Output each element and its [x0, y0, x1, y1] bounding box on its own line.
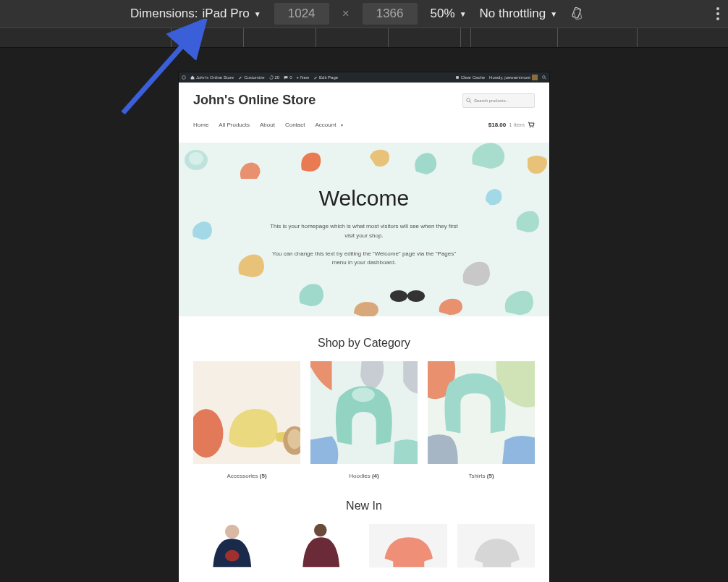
product-tile[interactable] [282, 524, 360, 568]
product-image [457, 524, 536, 568]
svg-point-13 [390, 290, 407, 302]
wp-customize-link[interactable]: Customize [238, 75, 264, 80]
zoom-dropdown[interactable]: 50% ▼ [431, 7, 467, 21]
hero-doodle [350, 298, 381, 316]
category-count: (4) [372, 473, 379, 479]
cart-summary[interactable]: $18.00 1 item [488, 121, 535, 128]
hero-doodle [468, 143, 509, 173]
more-options-icon[interactable] [716, 7, 719, 20]
product-search-input[interactable]: Search products… [462, 93, 535, 108]
site-header: John's Online Store Search products… [193, 93, 535, 108]
wp-howdy-text: Howdy, joewarnimont [489, 75, 530, 80]
category-tile-accessories[interactable]: Accessories (5) [193, 361, 300, 479]
wp-new-link[interactable]: + New [297, 75, 310, 80]
cart-amount: $18.00 [488, 122, 506, 128]
product-tile[interactable] [369, 524, 447, 568]
nav-account[interactable]: Account ▾ [316, 122, 343, 128]
zoom-value: 50% [431, 7, 455, 21]
hero-doodle [410, 150, 439, 177]
nav-all-products[interactable]: All Products [219, 122, 250, 128]
svg-point-22 [313, 524, 326, 536]
product-image [282, 524, 360, 568]
hero-banner: Welcome This is your homepage which is w… [179, 143, 549, 316]
rotate-icon[interactable] [570, 7, 585, 21]
wp-logo-icon[interactable] [182, 75, 186, 80]
nav-about[interactable]: About [260, 122, 275, 128]
category-count: (5) [487, 473, 494, 479]
svg-point-21 [225, 550, 240, 562]
wp-clear-cache-label: Clear Cache [461, 75, 485, 80]
nav-home[interactable]: Home [193, 122, 208, 128]
svg-point-16 [193, 409, 223, 457]
svg-point-12 [189, 152, 203, 165]
hero-line1: This is your homepage which is what most… [270, 222, 458, 241]
category-count: (5) [260, 473, 267, 479]
product-image [369, 524, 447, 568]
wp-howdy[interactable]: Howdy, joewarnimont [489, 75, 538, 80]
category-image [428, 361, 535, 464]
wp-updates[interactable]: 20 [269, 75, 280, 80]
chevron-down-icon: ▼ [460, 10, 467, 18]
wp-edit-page-link[interactable]: Edit Page [313, 75, 338, 80]
sunglasses-doodle [387, 284, 428, 306]
site-content: John's Online Store Search products… Hom… [179, 83, 549, 568]
svg-line-8 [470, 101, 471, 102]
wp-customize-label: Customize [244, 75, 264, 80]
device-viewport: John's Online Store Customize 20 0 + New [179, 72, 549, 582]
category-grid: Accessories (5) [193, 361, 535, 479]
svg-point-3 [182, 76, 186, 80]
dimensions-label: Dimensions: [130, 7, 198, 21]
wp-new-label: New [300, 75, 309, 80]
category-name: Accessories [227, 473, 258, 479]
shop-by-category-heading: Shop by Category [193, 337, 535, 350]
category-name: Tshirts [468, 473, 485, 479]
dimension-separator: × [342, 7, 350, 21]
device-stage: John's Online Store Customize 20 0 + New [0, 48, 728, 582]
svg-rect-4 [456, 76, 459, 79]
new-in-grid [193, 524, 535, 568]
wp-edit-page-label: Edit Page [319, 75, 338, 80]
svg-point-20 [225, 525, 240, 539]
wp-site-name: John's Online Store [196, 75, 234, 80]
devtools-device-toolbar: Dimensions: iPad Pro ▼ × 50% ▼ No thrott… [0, 0, 728, 28]
category-tile-hoodies[interactable]: Hoodies (4) [310, 361, 418, 479]
product-tile[interactable] [193, 524, 271, 568]
wp-search-icon[interactable] [542, 75, 546, 80]
hero-doodle [500, 287, 536, 316]
svg-rect-0 [572, 7, 581, 18]
hero-title: Welcome [179, 186, 549, 211]
svg-point-10 [533, 127, 534, 128]
category-image [310, 361, 418, 464]
product-tile[interactable] [457, 524, 536, 568]
height-input[interactable] [363, 3, 418, 25]
chevron-down-icon: ▼ [254, 10, 261, 18]
svg-line-6 [545, 78, 546, 80]
svg-point-9 [530, 127, 531, 128]
device-ruler [0, 28, 728, 48]
chevron-down-icon: ▼ [550, 10, 557, 18]
wp-clear-cache-link[interactable]: Clear Cache [455, 75, 485, 80]
hero-line2: You can change this text by editing the … [270, 250, 458, 269]
hero-doodle [237, 159, 264, 183]
site-title[interactable]: John's Online Store [193, 93, 316, 108]
cart-icon [528, 121, 535, 128]
chevron-down-icon: ▾ [341, 123, 343, 127]
category-image [193, 361, 300, 464]
throttling-dropdown[interactable]: No throttling ▼ [480, 7, 558, 21]
new-in-heading: New In [193, 499, 535, 513]
wp-admin-bar: John's Online Store Customize 20 0 + New [179, 72, 549, 83]
cart-count: 1 item [509, 122, 525, 128]
hero-doodle [296, 148, 325, 174]
dimensions-dropdown[interactable]: Dimensions: iPad Pro ▼ [130, 7, 261, 21]
width-input[interactable] [274, 3, 329, 25]
wp-site-link[interactable]: John's Online Store [190, 75, 234, 80]
category-tile-tshirts[interactable]: Tshirts (5) [428, 361, 535, 479]
throttling-value: No throttling [480, 7, 546, 21]
wp-comments[interactable]: 0 [284, 75, 292, 80]
product-image [193, 524, 271, 568]
hero-doodle [435, 296, 465, 316]
device-name: iPad Pro [203, 7, 250, 21]
nav-contact[interactable]: Contact [285, 122, 305, 128]
avatar [532, 75, 538, 80]
wp-updates-count: 20 [275, 75, 280, 80]
